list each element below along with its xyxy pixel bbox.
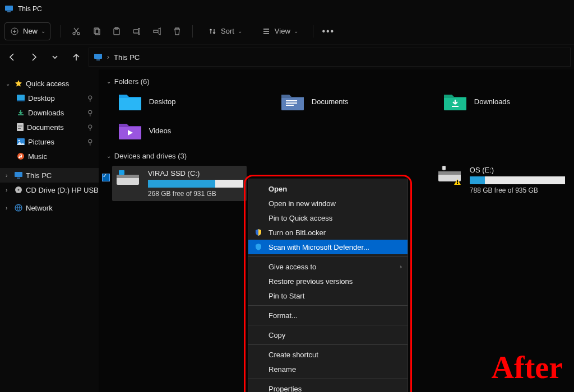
sort-icon (207, 26, 217, 36)
ctx-properties[interactable]: Properties (248, 381, 408, 392)
ctx-label: Pin to Quick access (269, 214, 332, 222)
svg-rect-17 (18, 128, 21, 129)
up-button[interactable] (67, 48, 85, 66)
back-button[interactable] (3, 48, 21, 66)
cut-icon[interactable] (71, 26, 81, 36)
address-bar[interactable]: › This PC (89, 48, 571, 67)
sidebar-item-documents[interactable]: Documents ⚲ (0, 120, 99, 134)
ctx-format[interactable]: Format... (248, 308, 408, 323)
svg-rect-33 (438, 171, 461, 175)
svg-rect-11 (96, 59, 100, 60)
folder-icon (118, 91, 142, 111)
shield-icon (254, 228, 263, 237)
drive-name: VIRAJ SSD (C:) (148, 169, 243, 178)
drives-head-label: Devices and drives (3) (114, 152, 187, 160)
separator (248, 256, 408, 257)
folder-videos[interactable]: Videos (118, 120, 252, 141)
chevron-down-icon: ⌄ (107, 153, 111, 159)
folder-label: Desktop (149, 97, 176, 106)
folder-icon (280, 91, 305, 111)
drives-section-header[interactable]: ⌄ Devices and drives (3) (102, 150, 574, 162)
sidebar-item-pictures[interactable]: Pictures ⚲ (0, 134, 99, 149)
chevron-down-icon: ⌄ (41, 28, 45, 34)
new-button[interactable]: New ⌄ (4, 22, 50, 40)
chevron-right-icon: › (6, 187, 11, 193)
toolbar: New ⌄ Sort ⌄ View ⌄ ••• (0, 18, 574, 45)
sidebar-cd-drive[interactable]: › CD Drive (D:) HP USB (0, 183, 99, 197)
chevron-right-icon: › (107, 53, 109, 61)
ctx-label: Format... (269, 311, 298, 320)
drive-c[interactable]: VIRAJ SSD (C:) 268 GB free of 931 GB (112, 166, 247, 201)
context-menu-highlight-box: Open Open in new window Pin to Quick acc… (244, 175, 412, 392)
drive-e[interactable]: OS (E:) 788 GB free of 935 GB (437, 166, 572, 201)
ctx-defender-scan[interactable]: Scan with Microsoft Defender... (248, 240, 408, 254)
svg-point-19 (18, 140, 20, 142)
rename-icon[interactable] (132, 26, 142, 36)
ctx-label: Copy (269, 331, 285, 339)
sidebar-item-label: Downloads (28, 109, 64, 117)
ctx-label: Scan with Microsoft Defender... (269, 243, 369, 251)
drive-free-text: 268 GB free of 931 GB (148, 190, 243, 198)
navbar: › This PC (0, 45, 574, 69)
ctx-pin-start[interactable]: Pin to Start (248, 288, 408, 303)
sidebar-item-desktop[interactable]: Desktop ⚲ (0, 91, 99, 105)
this-pc-icon (4, 5, 13, 13)
chevron-down-icon: ⌄ (238, 28, 242, 34)
svg-rect-31 (119, 170, 124, 175)
view-button[interactable]: View ⌄ (257, 22, 303, 40)
delete-icon[interactable] (172, 26, 182, 36)
sidebar-quick-access[interactable]: ⌄ Quick access (0, 76, 99, 91)
cd-drive-label: CD Drive (D:) HP USB (26, 186, 99, 194)
ctx-label: Create shortcut (269, 351, 318, 359)
forward-button[interactable] (25, 48, 43, 66)
svg-rect-12 (17, 95, 25, 100)
folder-documents[interactable]: Documents (280, 91, 415, 111)
sort-label: Sort (221, 27, 234, 35)
chevron-down-icon: ⌄ (294, 28, 298, 34)
share-icon[interactable] (152, 26, 162, 36)
drive-free-text: 788 GB free of 935 GB (470, 186, 565, 194)
ctx-open-new-window[interactable]: Open in new window (248, 196, 408, 211)
annotation-after: After (492, 349, 563, 385)
ctx-pin-quick-access[interactable]: Pin to Quick access (248, 211, 408, 225)
folder-desktop[interactable]: Desktop (118, 91, 252, 111)
ctx-bitlocker[interactable]: Turn on BitLocker (248, 225, 408, 240)
ctx-give-access[interactable]: Give access to› (248, 259, 408, 274)
sidebar-network[interactable]: › Network (0, 200, 99, 215)
svg-rect-16 (18, 127, 22, 127)
ctx-create-shortcut[interactable]: Create shortcut (248, 347, 408, 362)
plus-icon (10, 26, 20, 36)
sidebar-this-pc[interactable]: › This PC (0, 168, 99, 183)
ctx-label: Restore previous versions (269, 277, 353, 286)
ctx-rename[interactable]: Rename (248, 362, 408, 376)
download-icon (17, 109, 25, 116)
folders-section-header[interactable]: ⌄ Folders (6) (102, 75, 574, 88)
drive-icon (115, 169, 140, 188)
copy-icon[interactable] (91, 26, 101, 36)
more-icon[interactable]: ••• (323, 26, 334, 36)
svg-rect-10 (94, 54, 102, 59)
svg-rect-9 (133, 30, 138, 33)
folder-downloads[interactable]: Downloads (443, 91, 574, 111)
view-icon (261, 26, 271, 36)
folder-label: Videos (149, 127, 172, 135)
ctx-label: Rename (269, 365, 296, 374)
paste-icon[interactable] (112, 26, 122, 36)
pin-icon: ⚲ (87, 109, 93, 117)
sort-button[interactable]: Sort ⌄ (203, 22, 247, 40)
sidebar-item-label: Music (28, 152, 47, 161)
ctx-copy[interactable]: Copy (248, 328, 408, 342)
chevron-right-icon: › (6, 172, 11, 179)
ctx-restore-versions[interactable]: Restore previous versions (248, 274, 408, 288)
svg-rect-15 (18, 125, 22, 125)
ctx-label: Pin to Start (269, 292, 304, 300)
folder-label: Downloads (474, 97, 510, 106)
storage-bar (470, 176, 565, 184)
new-label: New (23, 27, 38, 35)
sidebar-item-downloads[interactable]: Downloads ⚲ (0, 105, 99, 120)
ctx-open[interactable]: Open (248, 181, 408, 196)
star-icon (15, 80, 22, 87)
recent-dropdown[interactable] (46, 48, 64, 66)
breadcrumb-current[interactable]: This PC (114, 53, 140, 62)
sidebar-item-music[interactable]: Music (0, 149, 99, 164)
